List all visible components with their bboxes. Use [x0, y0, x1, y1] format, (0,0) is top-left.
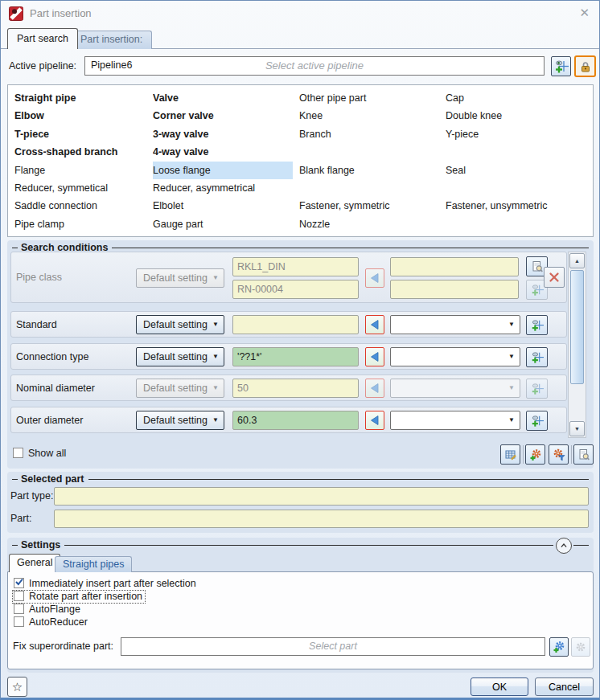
connection-type-option-combo[interactable]: ▼ [390, 347, 520, 366]
part-type-cell[interactable]: Reducer, symmetical [14, 179, 153, 197]
standard-setting-dropdown[interactable]: Default setting ▼ [136, 315, 224, 334]
scroll-up-icon[interactable]: ▲ [569, 253, 585, 268]
connection-type-value-field[interactable]: '??1*' [232, 347, 359, 366]
gear-add-blue-icon [553, 641, 565, 653]
part-type-cell[interactable]: Loose flange [153, 162, 293, 179]
standard-option-combo[interactable]: ▼ [390, 315, 520, 334]
part-type-cell[interactable]: T-piece [14, 125, 153, 143]
apply-pipe-class-button [365, 268, 384, 288]
part-label: Part: [10, 513, 31, 524]
tab-part-search[interactable]: Part search [7, 28, 78, 49]
outer-diameter-value-field[interactable]: 60.3 [232, 411, 359, 430]
conditions-scrollbar[interactable]: ▲ ▼ [568, 252, 586, 438]
part-type-cell[interactable]: Flange [14, 162, 153, 179]
search-conditions-group: Search conditions Pipe class Default set… [7, 240, 594, 469]
blue-left-arrow-icon [368, 272, 381, 285]
nominal-diameter-option-combo: ▼ [390, 379, 520, 398]
part-type-cell[interactable]: Blank flange [299, 162, 446, 179]
dropdown-arrow-icon: ▼ [508, 416, 515, 424]
part-type-cell[interactable]: Fastener, symmetric [299, 197, 446, 215]
lock-pipeline-button[interactable] [574, 55, 596, 77]
part-type-cell[interactable]: Straight pipe [14, 89, 153, 107]
part-type-cell[interactable]: Saddle connection [14, 197, 153, 215]
option-autoflange[interactable]: AutoFlange [13, 604, 83, 616]
checkbox[interactable] [13, 448, 23, 458]
scrollbar-thumb[interactable] [570, 270, 584, 384]
part-type-cell[interactable]: Elbolet [153, 197, 299, 215]
part-type-cell[interactable]: Other pipe part [299, 89, 446, 107]
dropdown-arrow-icon: ▼ [508, 384, 515, 391]
apply-outer-diameter-button[interactable] [365, 411, 384, 430]
outer-diameter-option-combo[interactable]: ▼ [390, 411, 520, 430]
ok-button[interactable]: OK [471, 677, 528, 696]
search-settings-button[interactable] [525, 444, 545, 465]
part-type-cell[interactable]: Valve [153, 89, 299, 107]
part-type-cell[interactable]: Reducer, asymmetrical [153, 179, 299, 197]
part-type-cell[interactable]: 4-way valve [153, 143, 299, 161]
cancel-button[interactable]: Cancel [535, 677, 594, 696]
part-type-cell[interactable]: Branch [299, 125, 446, 143]
pick-outer-diameter-button[interactable] [526, 411, 548, 431]
scroll-down-icon[interactable]: ▼ [569, 421, 585, 436]
outer-diameter-setting-dropdown[interactable]: Default setting ▼ [136, 411, 224, 430]
clear-superordinate-button [571, 637, 590, 657]
preview-button[interactable] [573, 444, 594, 465]
part-type-cell[interactable]: Cross-shaped branch [14, 143, 153, 161]
settings-group: Settings General Straight pipes Immediat… [7, 538, 594, 673]
part-type-field [54, 487, 589, 506]
document-magnifier-icon [577, 448, 590, 461]
active-pipeline-placeholder: Select active pipeline [85, 59, 544, 72]
condition-row-nominal-diameter: Nominal diameter Default setting ▼ 50 ▼ [10, 375, 567, 401]
option-rotate-part[interactable]: Rotate part after insertion [13, 591, 145, 603]
pick-superordinate-button[interactable] [549, 637, 569, 657]
part-type-cell[interactable]: Seal [446, 162, 593, 179]
pick-pipeline-button[interactable] [551, 56, 571, 76]
part-type-cell[interactable]: Double knee [446, 107, 593, 125]
favorites-button[interactable]: ☆ [7, 677, 27, 697]
tab-part-insertion[interactable]: Part insertion: [71, 31, 152, 49]
part-type-cell[interactable]: 3-way valve [153, 125, 299, 143]
pick-standard-button[interactable] [526, 315, 548, 335]
option-autoreducer[interactable]: AutoReducer [13, 616, 90, 628]
show-all-checkbox[interactable]: Show all [12, 448, 68, 460]
close-icon[interactable]: ✕ [579, 6, 590, 20]
pick-connection-type-button[interactable] [526, 347, 548, 367]
part-type-cell[interactable]: Cap [446, 89, 593, 107]
part-type-cell[interactable]: Gauge part [153, 215, 299, 233]
dropdown-arrow-icon: ▼ [212, 384, 219, 391]
table-edit-icon [504, 448, 517, 461]
part-type-cell[interactable]: Elbow [14, 107, 153, 125]
checkbox[interactable] [14, 616, 24, 627]
pipe-class-extra-field-1 [390, 257, 519, 276]
gear-filter-icon [553, 448, 565, 461]
part-type-cell[interactable]: Knee [299, 107, 446, 125]
standard-value-field[interactable] [232, 315, 359, 334]
outer-diameter-label: Outer diameter [16, 415, 83, 426]
part-type-cell-empty [446, 215, 593, 233]
checkbox[interactable] [14, 578, 24, 588]
table-view-button[interactable] [500, 444, 520, 465]
part-type-cell[interactable]: Y-piece [446, 125, 593, 143]
selected-part-caption: Selected part [12, 473, 589, 485]
part-type-cell[interactable]: Corner valve [153, 107, 299, 125]
clear-pipe-class-button[interactable] [544, 267, 565, 288]
condition-row-pipe-class: Pipe class Default setting ▼ RKL1_DIN RN… [10, 252, 567, 303]
part-type-cell[interactable]: Nozzle [299, 215, 446, 233]
tab-general[interactable]: General [9, 554, 60, 572]
apply-standard-button[interactable] [365, 315, 384, 334]
connection-type-setting-dropdown[interactable]: Default setting ▼ [136, 347, 224, 366]
title-bar: Part insertion ✕ [1, 1, 599, 25]
checkbox[interactable] [14, 591, 24, 601]
collapse-settings-button[interactable] [556, 538, 572, 554]
crosshair-plus-icon [531, 351, 544, 364]
checkbox[interactable] [14, 604, 24, 614]
active-pipeline-input[interactable]: Pipeline6 Select active pipeline [84, 56, 545, 76]
apply-connection-type-button[interactable] [365, 347, 384, 366]
part-type-cell[interactable]: Pipe clamp [14, 215, 153, 233]
part-type-cell[interactable]: Fastener, unsymmetric [446, 197, 593, 215]
filter-settings-button[interactable] [549, 444, 569, 465]
option-immediately-insert[interactable]: Immediately insert part after selection [13, 578, 199, 590]
button-separator [523, 445, 524, 464]
fix-superordinate-input[interactable]: Select part [121, 637, 545, 656]
tab-straight-pipes[interactable]: Straight pipes [55, 556, 132, 572]
